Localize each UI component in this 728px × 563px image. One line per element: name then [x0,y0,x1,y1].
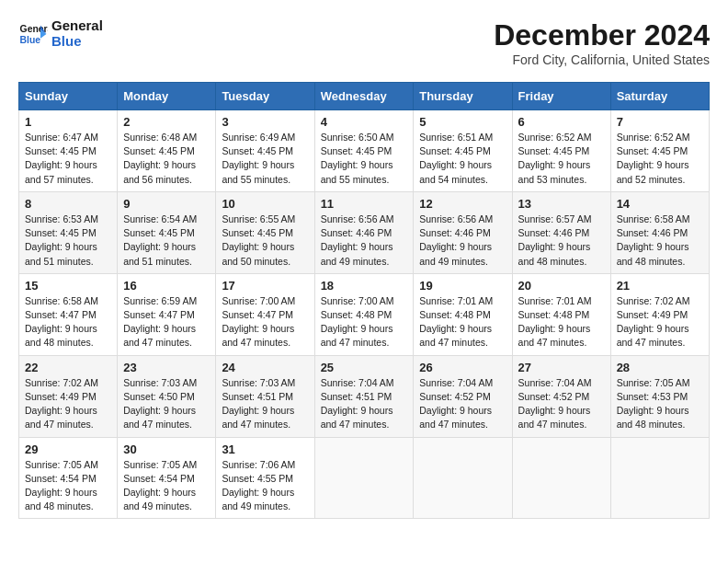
calendar-cell: 3 Sunrise: 6:49 AM Sunset: 4:45 PM Dayli… [216,110,314,192]
cell-content: Sunrise: 7:05 AM Sunset: 4:54 PM Dayligh… [25,458,111,514]
day-number: 19 [419,279,506,293]
calendar-cell: 29 Sunrise: 7:05 AM Sunset: 4:54 PM Dayl… [19,437,118,519]
month-title: December 2024 [494,18,710,52]
weekday-header-wednesday: Wednesday [314,83,414,110]
logo-icon: General Blue [18,19,48,49]
cell-content: Sunrise: 7:04 AM Sunset: 4:51 PM Dayligh… [321,376,408,432]
day-number: 5 [419,115,506,129]
cell-content: Sunrise: 6:52 AM Sunset: 4:45 PM Dayligh… [617,131,703,187]
calendar-cell: 15 Sunrise: 6:58 AM Sunset: 4:47 PM Dayl… [19,273,118,355]
calendar-cell: 12 Sunrise: 6:56 AM Sunset: 4:46 PM Dayl… [414,191,512,273]
cell-content: Sunrise: 6:58 AM Sunset: 4:47 PM Dayligh… [25,294,111,350]
cell-content: Sunrise: 7:05 AM Sunset: 4:54 PM Dayligh… [123,458,210,514]
day-number: 21 [617,279,703,293]
calendar-cell: 17 Sunrise: 7:00 AM Sunset: 4:47 PM Dayl… [216,273,314,355]
cell-content: Sunrise: 6:51 AM Sunset: 4:45 PM Dayligh… [419,131,506,187]
day-number: 12 [419,197,506,211]
cell-content: Sunrise: 6:52 AM Sunset: 4:45 PM Dayligh… [518,131,605,187]
calendar-cell [512,437,610,519]
cell-content: Sunrise: 6:49 AM Sunset: 4:45 PM Dayligh… [222,131,308,187]
calendar-cell: 31 Sunrise: 7:06 AM Sunset: 4:55 PM Dayl… [216,437,314,519]
calendar-cell: 21 Sunrise: 7:02 AM Sunset: 4:49 PM Dayl… [610,273,709,355]
calendar-cell: 28 Sunrise: 7:05 AM Sunset: 4:53 PM Dayl… [610,355,709,437]
day-number: 2 [123,115,210,129]
cell-content: Sunrise: 6:58 AM Sunset: 4:46 PM Dayligh… [617,213,703,269]
calendar-cell: 13 Sunrise: 6:57 AM Sunset: 4:46 PM Dayl… [512,191,610,273]
calendar-cell [610,437,709,519]
day-number: 24 [222,361,308,374]
day-number: 15 [25,279,111,293]
calendar-week-5: 29 Sunrise: 7:05 AM Sunset: 4:54 PM Dayl… [19,437,710,519]
calendar-header-row: SundayMondayTuesdayWednesdayThursdayFrid… [19,83,710,110]
calendar-cell: 19 Sunrise: 7:01 AM Sunset: 4:48 PM Dayl… [414,273,512,355]
cell-content: Sunrise: 7:02 AM Sunset: 4:49 PM Dayligh… [617,294,703,350]
calendar-cell: 22 Sunrise: 7:02 AM Sunset: 4:49 PM Dayl… [19,355,118,437]
cell-content: Sunrise: 7:03 AM Sunset: 4:51 PM Dayligh… [222,376,308,432]
cell-content: Sunrise: 6:56 AM Sunset: 4:46 PM Dayligh… [419,213,506,269]
cell-content: Sunrise: 7:03 AM Sunset: 4:50 PM Dayligh… [123,376,210,432]
calendar-cell: 30 Sunrise: 7:05 AM Sunset: 4:54 PM Dayl… [118,437,216,519]
day-number: 28 [617,361,703,374]
logo-blue: Blue [51,34,103,50]
weekday-header-thursday: Thursday [414,83,512,110]
day-number: 31 [222,442,308,456]
cell-content: Sunrise: 7:02 AM Sunset: 4:49 PM Dayligh… [25,376,111,432]
calendar-cell: 1 Sunrise: 6:47 AM Sunset: 4:45 PM Dayli… [19,110,118,192]
day-number: 1 [25,115,111,129]
cell-content: Sunrise: 7:00 AM Sunset: 4:48 PM Dayligh… [321,294,408,350]
calendar-cell: 25 Sunrise: 7:04 AM Sunset: 4:51 PM Dayl… [314,355,414,437]
day-number: 6 [518,115,605,129]
day-number: 9 [123,197,210,211]
day-number: 8 [25,197,111,211]
day-number: 4 [321,115,408,129]
day-number: 7 [617,115,703,129]
calendar-cell: 20 Sunrise: 7:01 AM Sunset: 4:48 PM Dayl… [512,273,610,355]
day-number: 22 [25,361,111,374]
cell-content: Sunrise: 6:57 AM Sunset: 4:46 PM Dayligh… [518,213,605,269]
calendar-cell: 24 Sunrise: 7:03 AM Sunset: 4:51 PM Dayl… [216,355,314,437]
calendar-cell: 7 Sunrise: 6:52 AM Sunset: 4:45 PM Dayli… [610,110,709,192]
calendar-cell: 6 Sunrise: 6:52 AM Sunset: 4:45 PM Dayli… [512,110,610,192]
calendar-week-2: 8 Sunrise: 6:53 AM Sunset: 4:45 PM Dayli… [19,191,710,273]
weekday-header-tuesday: Tuesday [216,83,314,110]
day-number: 11 [321,197,408,211]
cell-content: Sunrise: 6:59 AM Sunset: 4:47 PM Dayligh… [123,294,210,350]
cell-content: Sunrise: 7:01 AM Sunset: 4:48 PM Dayligh… [518,294,605,350]
cell-content: Sunrise: 6:53 AM Sunset: 4:45 PM Dayligh… [25,213,111,269]
day-number: 13 [518,197,605,211]
page-header: General Blue General Blue December 2024 … [18,18,710,67]
calendar-cell: 9 Sunrise: 6:54 AM Sunset: 4:45 PM Dayli… [118,191,216,273]
day-number: 30 [123,442,210,456]
title-block: December 2024 Ford City, California, Uni… [494,18,710,67]
day-number: 26 [419,361,506,374]
weekday-header-saturday: Saturday [610,83,709,110]
day-number: 23 [123,361,210,374]
day-number: 16 [123,279,210,293]
cell-content: Sunrise: 7:06 AM Sunset: 4:55 PM Dayligh… [222,458,308,514]
calendar-cell: 23 Sunrise: 7:03 AM Sunset: 4:50 PM Dayl… [118,355,216,437]
cell-content: Sunrise: 6:54 AM Sunset: 4:45 PM Dayligh… [123,213,210,269]
cell-content: Sunrise: 7:04 AM Sunset: 4:52 PM Dayligh… [419,376,506,432]
day-number: 14 [617,197,703,211]
day-number: 3 [222,115,308,129]
weekday-header-friday: Friday [512,83,610,110]
location: Ford City, California, United States [494,52,710,67]
cell-content: Sunrise: 7:00 AM Sunset: 4:47 PM Dayligh… [222,294,308,350]
calendar-table: SundayMondayTuesdayWednesdayThursdayFrid… [18,82,710,519]
logo-general: General [51,18,103,34]
calendar-cell: 14 Sunrise: 6:58 AM Sunset: 4:46 PM Dayl… [610,191,709,273]
calendar-cell: 27 Sunrise: 7:04 AM Sunset: 4:52 PM Dayl… [512,355,610,437]
calendar-cell: 10 Sunrise: 6:55 AM Sunset: 4:45 PM Dayl… [216,191,314,273]
calendar-week-3: 15 Sunrise: 6:58 AM Sunset: 4:47 PM Dayl… [19,273,710,355]
svg-text:Blue: Blue [20,34,41,44]
weekday-header-monday: Monday [118,83,216,110]
cell-content: Sunrise: 6:48 AM Sunset: 4:45 PM Dayligh… [123,131,210,187]
calendar-week-4: 22 Sunrise: 7:02 AM Sunset: 4:49 PM Dayl… [19,355,710,437]
cell-content: Sunrise: 6:56 AM Sunset: 4:46 PM Dayligh… [321,213,408,269]
logo: General Blue General Blue [18,18,103,49]
calendar-week-1: 1 Sunrise: 6:47 AM Sunset: 4:45 PM Dayli… [19,110,710,192]
day-number: 27 [518,361,605,374]
cell-content: Sunrise: 7:01 AM Sunset: 4:48 PM Dayligh… [419,294,506,350]
calendar-cell: 8 Sunrise: 6:53 AM Sunset: 4:45 PM Dayli… [19,191,118,273]
calendar-cell: 26 Sunrise: 7:04 AM Sunset: 4:52 PM Dayl… [414,355,512,437]
